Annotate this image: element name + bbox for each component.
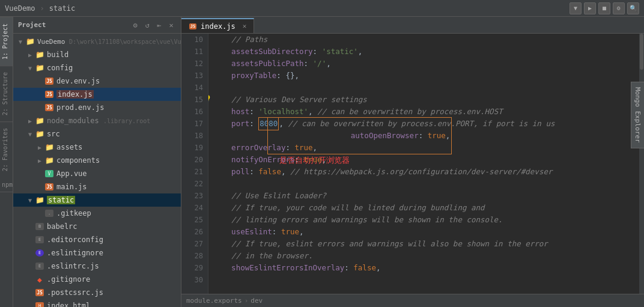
breadcrumb: module.exports › dev xyxy=(186,297,263,305)
tree-item-vueDemo[interactable]: ▼ 📁 VueDemo D:\work\171108\workspace\vue… xyxy=(13,35,181,48)
arrow-src: ▼ xyxy=(25,129,35,139)
tree-item-postcssrcjs[interactable]: JS .postcssrc.js xyxy=(13,286,181,299)
icon-devenvjs: JS xyxy=(44,77,54,85)
label-static: static xyxy=(47,196,75,204)
code-line-12: assetsPublicPath: '/', xyxy=(213,58,639,70)
tree-item-mainjs[interactable]: JS main.js xyxy=(13,180,181,193)
label-gitkeep: .gitkeep xyxy=(56,209,91,217)
vertical-scrollbar[interactable]: Mongo Explorer xyxy=(639,34,644,294)
label-devenvjs: dev.env.js xyxy=(56,77,100,85)
panel-action-sync[interactable]: ↺ xyxy=(142,20,152,30)
label-mainjs: main.js xyxy=(56,183,87,191)
vertical-tabs-panel: 1: Project 2: Structure 2: Favorites npm xyxy=(0,17,13,307)
settings-button[interactable]: ⚙ xyxy=(613,2,625,14)
code-line-20: notifyOnErrors: true, xyxy=(213,154,639,166)
label-indexhtml: index.html xyxy=(47,302,90,307)
tree-item-nodemodules[interactable]: ▶ 📁 node_modules .library.root xyxy=(13,114,181,127)
vtab-npm[interactable]: npm xyxy=(0,178,13,192)
icon-gitignore: ◆ xyxy=(35,275,44,284)
editor-area: JS index.js ✕ 10 11 12 13 14 15 16 17 18… xyxy=(181,17,644,307)
code-line-24: // If true, your code will be linted dur… xyxy=(213,202,639,214)
label-components: components xyxy=(56,156,100,165)
panel-header: Project ⚙ ↺ ⇤ ✕ xyxy=(13,17,181,34)
tree-item-eslintignore[interactable]: E .eslintignore xyxy=(13,246,181,260)
title-separator: › xyxy=(40,4,44,13)
icon-eslintrcjs: E xyxy=(35,262,44,270)
label-nodemodules: node_modules .library.root xyxy=(47,117,150,125)
icon-folder-build: 📁 xyxy=(35,50,44,59)
tree-item-static[interactable]: ▼ 📁 static xyxy=(13,193,181,207)
code-line-14 xyxy=(213,82,639,94)
tree-item-devenvjs[interactable]: JS dev.env.js xyxy=(13,74,181,88)
tree-item-build[interactable]: ▶ 📁 build xyxy=(13,48,181,61)
panel-action-settings[interactable]: ⚙ xyxy=(130,20,140,30)
code-editor: 10 11 12 13 14 15 16 17 18 19 20 21 22 2… xyxy=(181,34,644,294)
mongo-explorer-tab[interactable]: Mongo Explorer xyxy=(631,82,644,148)
label-assets: assets xyxy=(56,143,82,151)
title-path: static xyxy=(49,4,75,13)
icon-folder-vueDemo: 📁 xyxy=(25,37,35,46)
arrow-build: ▶ xyxy=(25,50,35,59)
arrow-static: ▼ xyxy=(25,195,35,205)
icon-folder-config: 📁 xyxy=(35,64,44,72)
tree-item-eslintrcjs[interactable]: E .eslintrc.js xyxy=(13,260,181,273)
arrow-config: ▼ xyxy=(25,63,35,73)
tree-item-indexhtml[interactable]: H index.html xyxy=(13,299,181,307)
panel-action-close[interactable]: ✕ xyxy=(166,20,176,30)
code-line-13: proxyTable: {}, xyxy=(213,70,639,82)
label-babelrc: babelrc xyxy=(47,222,77,231)
code-line-19: errorOverlay: true, xyxy=(213,142,639,154)
label-editorconfig: .editorconfig xyxy=(47,236,103,244)
icon-indexhtml: H xyxy=(35,302,44,307)
breadcrumb-dev: dev xyxy=(251,297,263,305)
minimize-button[interactable]: ▼ xyxy=(570,2,582,14)
label-src: src xyxy=(47,130,60,138)
app-name: VueDemo xyxy=(5,4,35,13)
vtab-favorites[interactable]: 2: Favorites xyxy=(0,121,13,177)
stop-button[interactable]: ■ xyxy=(598,2,610,14)
label-build: build xyxy=(47,50,68,59)
icon-gitkeep: . xyxy=(44,209,54,217)
scrollbar-thumb-v[interactable] xyxy=(640,34,643,70)
icon-src: 📁 xyxy=(35,130,44,138)
label-eslintignore: .eslintignore xyxy=(47,249,103,257)
tree-item-editorconfig[interactable]: E .editorconfig xyxy=(13,233,181,246)
tree-item-config[interactable]: ▼ 📁 config xyxy=(13,61,181,74)
icon-postcssrcjs: JS xyxy=(35,288,44,297)
tree-item-gitignore[interactable]: ◆ .gitignore xyxy=(13,273,181,286)
tree-item-appvue[interactable]: V App.vue xyxy=(13,167,181,180)
code-line-23: // Use Eslint Loader? xyxy=(213,190,639,202)
tree-item-gitkeep[interactable]: . .gitkeep xyxy=(13,207,181,220)
tree-item-src[interactable]: ▼ 📁 src xyxy=(13,127,181,141)
file-tree: ▼ 📁 VueDemo D:\work\171108\workspace\vue… xyxy=(13,34,181,307)
vtab-project[interactable]: 1: Project xyxy=(0,17,13,65)
title-bar: VueDemo › static ▼ ▶ ■ ⚙ 🔍 xyxy=(0,0,644,17)
run-button[interactable]: ▶ xyxy=(584,2,596,14)
icon-assets: 📁 xyxy=(44,143,54,151)
code-line-29: showEslintErrorsInOverlay: false, xyxy=(213,262,639,274)
code-line-26: useEslint: true, xyxy=(213,226,639,238)
tree-item-assets[interactable]: ▶ 📁 assets xyxy=(13,141,181,154)
panel-title: Project xyxy=(18,21,46,29)
code-line-21: poll: false, // https://webpack.js.org/c… xyxy=(213,166,639,178)
icon-nodemodules: 📁 xyxy=(35,117,44,125)
label-postcssrcjs: .postcssrc.js xyxy=(47,288,103,297)
search-button[interactable]: 🔍 xyxy=(627,2,639,14)
tab-indexjs[interactable]: JS index.js ✕ xyxy=(181,18,254,33)
tree-item-babelrc[interactable]: B babelrc xyxy=(13,220,181,233)
label-eslintrcjs: .eslintrc.js xyxy=(47,262,99,270)
icon-static: 📁 xyxy=(35,196,44,204)
tab-close-indexjs[interactable]: ✕ xyxy=(243,22,247,30)
tree-item-prodenvjs[interactable]: JS prod.env.js xyxy=(13,101,181,114)
vtab-structure[interactable]: 2: Structure xyxy=(0,65,13,121)
code-content[interactable]: // Paths assetsSubDirectory: 'static', a… xyxy=(208,34,639,294)
code-line-11: assetsSubDirectory: 'static', xyxy=(213,46,639,58)
tree-item-indexjs[interactable]: JS index.js xyxy=(13,88,181,101)
code-line-30 xyxy=(213,274,639,286)
code-line-25: // linting errors and warnings will be s… xyxy=(213,214,639,226)
breadcrumb-module: module.exports xyxy=(186,297,242,305)
breadcrumb-sep-1: › xyxy=(245,297,249,305)
label-vueDemo: VueDemo D:\work\171108\workspace\vue\Vue… xyxy=(37,38,181,46)
panel-action-collapse[interactable]: ⇤ xyxy=(154,20,164,30)
tree-item-components[interactable]: ▶ 📁 components xyxy=(13,154,181,167)
